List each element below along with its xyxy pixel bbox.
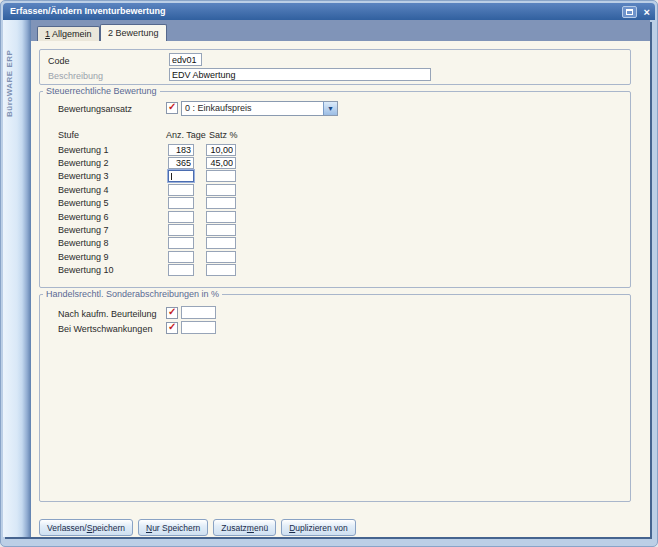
satz-input[interactable]	[206, 264, 236, 276]
app-area: BüroWARE ERP 1 Allgemein 2 Bewertung Cod…	[3, 20, 650, 537]
col-header-satz: Satz %	[209, 130, 238, 140]
anz-tage-input[interactable]	[168, 251, 194, 263]
check-icon: ✓	[168, 306, 176, 318]
beschreibung-label: Beschreibung	[48, 71, 103, 81]
anz-tage-input[interactable]	[168, 211, 194, 223]
nur-speichern-button[interactable]: Nur Speichern	[138, 519, 208, 536]
check-icon: ✓	[168, 321, 176, 333]
button-label-part: Verlassen/	[47, 523, 87, 533]
close-icon: ×	[644, 6, 650, 18]
satz-input[interactable]	[206, 211, 236, 223]
valuation-table: Bewertung 1 Bewertung 2 Bewertung 3	[58, 143, 620, 277]
satz-input[interactable]	[206, 144, 236, 156]
check-icon: ✓	[168, 101, 176, 113]
bewertungsansatz-select[interactable]: 0 : Einkaufspreis ▼	[181, 101, 338, 116]
satz-input[interactable]	[206, 197, 236, 209]
anz-tage-input[interactable]	[168, 144, 194, 156]
row-label: Bewertung 3	[58, 171, 168, 181]
wertschwankungen-label: Bei Wertschwankungen	[58, 324, 152, 334]
satz-input[interactable]	[206, 237, 236, 249]
anz-tage-input[interactable]	[168, 264, 194, 276]
button-label-accel: m	[247, 523, 254, 533]
col-header-anz-tage: Anz. Tage	[166, 130, 206, 140]
button-label-part: uplizieren von	[295, 523, 347, 533]
button-label-part: Zusatz	[221, 523, 247, 533]
group-title: Steuerrechtliche Bewertung	[43, 86, 160, 96]
row-label: Bewertung 6	[58, 212, 168, 222]
row-label: Bewertung 1	[58, 145, 168, 155]
titlebar: Erfassen/Ändern Inventurbewertung ×	[3, 3, 655, 20]
col-header-stufe: Stufe	[58, 130, 79, 140]
selected-option: 0 : Einkaufspreis	[185, 102, 252, 115]
row-label: Bewertung 2	[58, 158, 168, 168]
dropdown-arrow-icon[interactable]: ▼	[323, 102, 337, 115]
satz-input[interactable]	[206, 170, 236, 182]
anz-tage-input[interactable]	[168, 157, 194, 169]
anz-tage-input[interactable]	[168, 224, 194, 236]
tab-label: Allgemein	[50, 29, 92, 39]
duplizieren-von-button[interactable]: Duplizieren von	[281, 519, 356, 536]
row-label: Bewertung 9	[58, 252, 168, 262]
tab-bewertung[interactable]: 2 Bewertung	[100, 24, 167, 41]
table-row: Bewertung 5	[58, 197, 620, 210]
maximize-icon	[626, 9, 633, 15]
satz-input[interactable]	[206, 184, 236, 196]
anz-tage-input[interactable]	[168, 184, 194, 196]
table-row: Bewertung 1	[58, 143, 620, 156]
table-row: Bewertung 6	[58, 210, 620, 223]
table-row: Bewertung 7	[58, 223, 620, 236]
kaufm-beurteilung-checkbox[interactable]: ✓	[166, 307, 178, 319]
anz-tage-input[interactable]	[168, 197, 194, 209]
kaufm-beurteilung-label: Nach kaufm. Beurteilung	[58, 309, 157, 319]
button-label-part: enü	[254, 523, 268, 533]
table-row: Bewertung 10	[58, 264, 620, 277]
table-row: Bewertung 4	[58, 183, 620, 196]
tab-allgemein[interactable]: 1 Allgemein	[37, 26, 100, 41]
table-row: Bewertung 2	[58, 156, 620, 169]
brand-label: BüroWARE ERP	[5, 50, 14, 117]
kaufm-beurteilung-input[interactable]	[181, 306, 216, 319]
row-label: Bewertung 4	[58, 185, 168, 195]
satz-input[interactable]	[206, 224, 236, 236]
anz-tage-input[interactable]	[168, 237, 194, 249]
tab-strip: 1 Allgemein 2 Bewertung	[31, 20, 650, 41]
app-window: Erfassen/Ändern Inventurbewertung × Büro…	[0, 0, 658, 547]
satz-input[interactable]	[206, 157, 236, 169]
window-title: Erfassen/Ändern Inventurbewertung	[10, 6, 166, 16]
table-row: Bewertung 8	[58, 237, 620, 250]
beschreibung-input[interactable]	[169, 68, 431, 81]
group-title: Handelsrechtl. Sonderabschreibungen in %	[43, 289, 222, 299]
row-label: Bewertung 8	[58, 238, 168, 248]
commercial-depreciation-group: Handelsrechtl. Sonderabschreibungen in %…	[39, 294, 631, 502]
sidebar: BüroWARE ERP	[3, 20, 31, 537]
row-label: Bewertung 5	[58, 198, 168, 208]
bewertungsansatz-label: Bewertungsansatz	[58, 104, 132, 114]
wertschwankungen-checkbox[interactable]: ✓	[166, 322, 178, 334]
header-group: Code Beschreibung	[39, 49, 631, 85]
table-row: Bewertung 3	[58, 170, 620, 183]
row-label: Bewertung 7	[58, 225, 168, 235]
satz-input[interactable]	[206, 251, 236, 263]
footer-button-bar: Verlassen/Speichern Nur Speichern Zusatz…	[39, 519, 356, 536]
button-label-part: peichern	[92, 523, 125, 533]
zusatzmenu-button[interactable]: Zusatzmenü	[213, 519, 276, 536]
button-label-part: ur Speichern	[152, 523, 200, 533]
window-controls: ×	[622, 5, 650, 18]
wertschwankungen-input[interactable]	[181, 321, 216, 334]
anz-tage-input-focused[interactable]	[168, 170, 194, 182]
row-label: Bewertung 10	[58, 265, 168, 275]
tax-valuation-group: Steuerrechtliche Bewertung Bewertungsans…	[39, 91, 631, 288]
tab-label: 2 Bewertung	[108, 28, 159, 38]
code-label: Code	[48, 56, 70, 66]
bewertungsansatz-checkbox[interactable]: ✓	[166, 102, 178, 114]
content-pane: Code Beschreibung Steuerrechtliche Bewer…	[31, 41, 650, 537]
close-button[interactable]: ×	[644, 6, 650, 18]
verlassen-speichern-button[interactable]: Verlassen/Speichern	[39, 519, 133, 536]
code-input[interactable]	[169, 53, 202, 66]
table-row: Bewertung 9	[58, 250, 620, 263]
maximize-button[interactable]	[622, 6, 637, 18]
